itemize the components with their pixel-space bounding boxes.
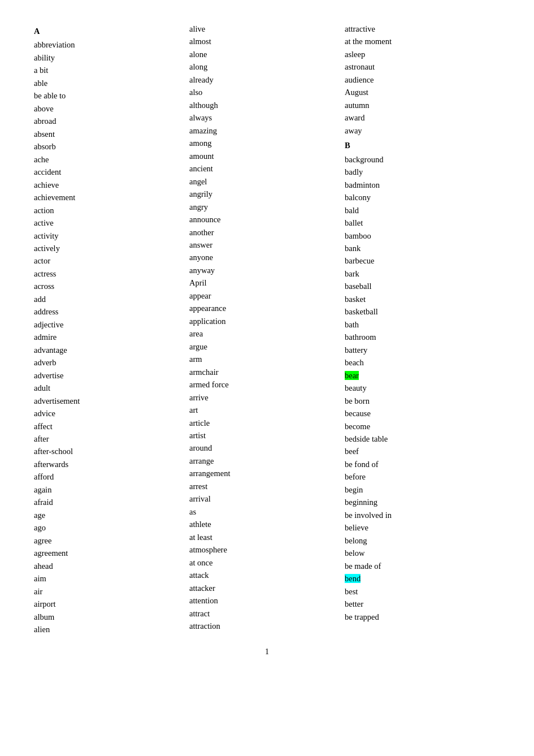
list-item: already (189, 74, 339, 86)
list-item: away (345, 124, 494, 137)
list-item: again (34, 483, 184, 496)
list-item: address (34, 305, 184, 318)
list-item: asleep (345, 48, 494, 61)
list-item: action (34, 204, 184, 217)
list-item: among (189, 137, 339, 149)
list-item: around (189, 442, 339, 454)
list-item: arrest (189, 480, 339, 493)
list-item: baseball (345, 280, 494, 292)
list-item: appear (189, 290, 339, 302)
highlighted-word: bend (345, 574, 361, 583)
list-item: be involved in (345, 509, 494, 521)
list-item: autumn (345, 99, 494, 111)
list-item: be able to (34, 89, 184, 102)
list-item: afford (34, 470, 184, 483)
list-item: amazing (189, 124, 339, 137)
list-item: attention (189, 594, 339, 607)
column-3: attractiveat the momentasleepastronautau… (345, 23, 500, 636)
highlighted-word: bear (345, 371, 359, 380)
list-item: abroad (34, 115, 184, 127)
list-item: adjective (34, 318, 184, 331)
column-2: alivealmostalonealongalreadyalsoalthough… (189, 23, 345, 636)
list-item: as (189, 506, 339, 518)
list-item: air (34, 585, 184, 598)
list-item: aim (34, 572, 184, 585)
list-item: angel (189, 175, 339, 188)
list-item: at least (189, 531, 339, 543)
list-item: audience (345, 74, 494, 86)
list-item: background (345, 153, 494, 166)
list-item: advantage (34, 344, 184, 356)
list-item: bear (345, 369, 494, 382)
list-item: always (189, 111, 339, 124)
list-item: best (345, 585, 494, 598)
list-item: attract (189, 607, 339, 620)
list-item: accident (34, 166, 184, 178)
list-item: article (189, 417, 339, 429)
list-item: below (345, 547, 494, 559)
list-item: absorb (34, 140, 184, 153)
list-item: advertise (34, 369, 184, 382)
list-item: be fond of (345, 458, 494, 470)
list-item: announce (189, 213, 339, 226)
list-item: admire (34, 331, 184, 343)
list-item: badminton (345, 179, 494, 191)
list-item: afterwards (34, 458, 184, 470)
list-item: ahead (34, 560, 184, 572)
list-item: beach (345, 356, 494, 369)
list-item: be trapped (345, 611, 494, 623)
word-list-1: Aabbreviationabilitya bitablebe able toa… (34, 25, 184, 636)
list-item: attacker (189, 582, 339, 594)
list-item: after (34, 433, 184, 445)
list-item: alien (34, 623, 184, 636)
list-item: bald (345, 204, 494, 217)
list-item: age (34, 509, 184, 521)
list-item: bathroom (345, 331, 494, 343)
word-list-2: alivealmostalonealongalreadyalsoalthough… (189, 23, 339, 633)
list-item: B (345, 139, 494, 152)
list-item: another (189, 226, 339, 239)
list-item: attraction (189, 620, 339, 632)
list-item: ancient (189, 162, 339, 175)
page-number: 1 (34, 647, 500, 656)
list-item: appearance (189, 302, 339, 314)
list-item: achieve (34, 179, 184, 191)
list-item: August (345, 86, 494, 98)
list-item: bend (345, 572, 494, 585)
list-item: add (34, 293, 184, 305)
word-columns: Aabbreviationabilitya bitablebe able toa… (34, 23, 500, 636)
list-item: ability (34, 51, 184, 64)
list-item: active (34, 217, 184, 229)
list-item: application (189, 315, 339, 327)
list-item: area (189, 327, 339, 340)
list-item: artist (189, 429, 339, 442)
list-item: advertisement (34, 395, 184, 407)
list-item: arrangement (189, 467, 339, 479)
list-item: advice (34, 407, 184, 420)
list-item: before (345, 470, 494, 483)
list-item: arrive (189, 391, 339, 404)
list-item: bark (345, 267, 494, 280)
list-item: agreement (34, 547, 184, 559)
list-item: arrange (189, 455, 339, 467)
list-item: art (189, 404, 339, 416)
list-item: ballet (345, 217, 494, 229)
list-item: balcony (345, 191, 494, 204)
list-item: absent (34, 128, 184, 140)
list-item: armchair (189, 366, 339, 378)
list-item: beginning (345, 496, 494, 508)
list-item: award (345, 111, 494, 124)
list-item: bamboo (345, 230, 494, 242)
list-item: badly (345, 166, 494, 178)
list-item: become (345, 420, 494, 433)
page: Aabbreviationabilitya bitablebe able toa… (0, 0, 534, 756)
list-item: able (34, 77, 184, 89)
list-item: beauty (345, 382, 494, 394)
list-item: activity (34, 230, 184, 242)
list-item: bath (345, 318, 494, 331)
list-item: barbecue (345, 254, 494, 267)
list-item: basketball (345, 305, 494, 318)
list-item: angry (189, 201, 339, 213)
list-item: basket (345, 293, 494, 305)
list-item: battery (345, 344, 494, 356)
